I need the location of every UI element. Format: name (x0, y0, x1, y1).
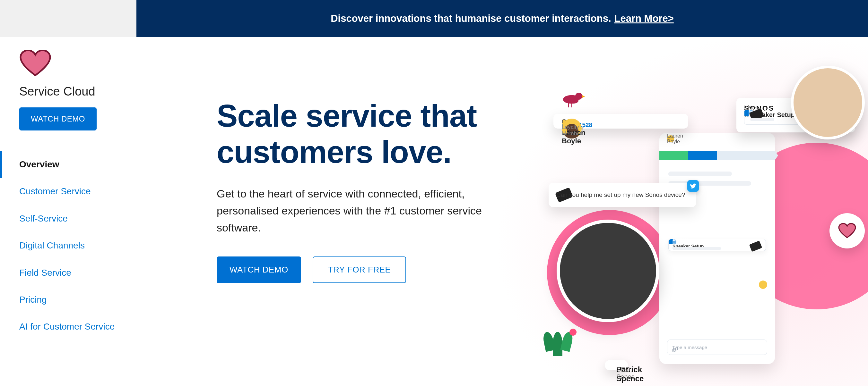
chevron-right-icon: > (668, 13, 674, 24)
sidebar-title: Service Cloud (19, 85, 117, 98)
sidebar-item-customer-service[interactable]: Customer Service (0, 178, 117, 205)
mockup-type-placeholder: Type a message (672, 345, 707, 350)
announcement-bar: Discover innovations that humanise custo… (0, 0, 868, 37)
ceo-caption: Patrick Spence CEO, Sonos (605, 360, 628, 370)
announcement-bar-left-spacer (0, 0, 136, 37)
heart-badge (830, 213, 865, 248)
mockup-progress-bar (659, 151, 775, 160)
service-cloud-heart-icon (19, 50, 51, 77)
hero-watch-demo-button[interactable]: WATCH DEMO (217, 256, 301, 283)
case-user-badge: Loyalty Member (562, 124, 582, 137)
hero-headline: Scale service that customers love. (217, 98, 570, 170)
sidebar: Service Cloud WATCH DEMO Overview Custom… (0, 37, 136, 386)
sidebar-item-digital-channels[interactable]: Digital Channels (0, 232, 117, 259)
announcement-bar-content: Discover innovations that humanise custo… (136, 0, 868, 37)
sidebar-item-pricing[interactable]: Pricing (0, 286, 117, 313)
announcement-learn-more-link[interactable]: Learn More> (614, 13, 674, 24)
mockup-recommendation-mini: Einstein Recommendation Speaker Setup (668, 239, 766, 251)
sidebar-watch-demo-button[interactable]: WATCH DEMO (19, 107, 97, 131)
announcement-text: Discover innovations that humanise custo… (331, 13, 611, 24)
agent-avatar (791, 66, 865, 139)
sidebar-item-self-service[interactable]: Self-Service (0, 205, 117, 232)
mention-icon: @ (672, 347, 677, 353)
sidebar-nav: Overview Customer Service Self-Service D… (0, 151, 117, 341)
mockup-mobile-panel: ‹ Lauren Boyle Einstein Recommendation (659, 133, 775, 364)
hero-try-for-free-button[interactable]: TRY FOR FREE (313, 256, 406, 283)
sidebar-item-field-service[interactable]: Field Service (0, 259, 117, 286)
chat-bubble-text: Can you help me set up my new Sonos devi… (556, 191, 685, 199)
mockup-panel-user: Lauren Boyle (667, 133, 683, 145)
hero: Scale service that customers love. Get t… (136, 37, 868, 386)
sidebar-item-overview[interactable]: Overview (0, 151, 117, 178)
avatar-icon (759, 281, 767, 289)
speaker-icon (749, 241, 763, 252)
plants-icon (544, 332, 582, 361)
mockup-type-box: Type a message ☺ @ (667, 340, 767, 355)
learn-more-label: Learn More (614, 13, 668, 24)
twitter-icon (687, 180, 699, 192)
mockup-chat-bubble: Can you help me set up my new Sonos devi… (549, 183, 696, 207)
ceo-avatar (557, 220, 659, 322)
ceo-role: CEO, Sonos (616, 366, 634, 381)
bird-icon (560, 92, 586, 107)
hero-illustration: ‹ Lauren Boyle Einstein Recommendation (540, 92, 855, 380)
hero-subhead: Get to the heart of service with connect… (217, 185, 505, 236)
mockup-case-card: Case Number #00001528 Lauren Boyle Loyal… (553, 114, 688, 129)
sidebar-item-ai-for-customer-service[interactable]: AI for Customer Service (0, 313, 117, 340)
